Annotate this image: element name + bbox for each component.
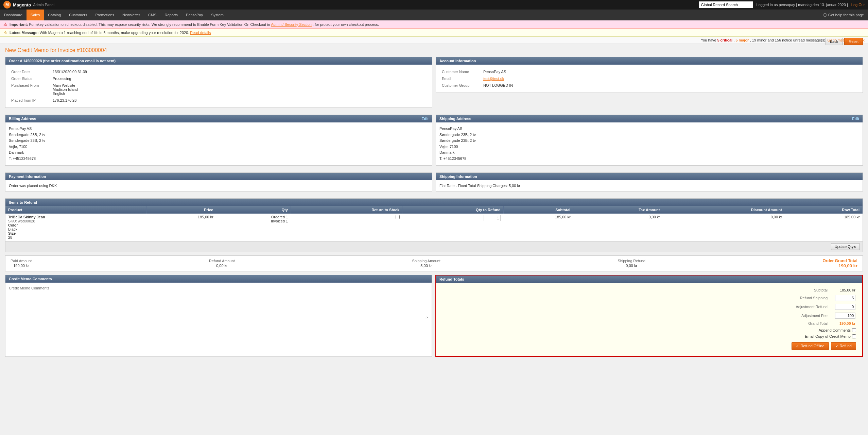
- color-value: Black: [8, 227, 143, 231]
- nav-newsletter[interactable]: Newsletter: [118, 10, 144, 20]
- append-comments-label: Append Comments: [819, 328, 851, 332]
- nav-promotions[interactable]: Promotions: [91, 10, 118, 20]
- discount-amount-cell: 0,00 kr: [663, 214, 785, 241]
- magento-logo-icon: M: [3, 1, 11, 9]
- shipping-address-edit-link[interactable]: Edit: [852, 117, 859, 121]
- adjustment-fee-label: Adjustment Fee: [440, 312, 830, 320]
- alert-red: ⚠ Important: Formkey validation on check…: [0, 20, 868, 29]
- grand-total-row: Grand Total 190,00 kr: [440, 320, 858, 327]
- col-subtotal: Subtotal: [503, 206, 573, 214]
- nav-dashboard[interactable]: Dashboard: [0, 10, 27, 20]
- items-header: Items to Refund: [5, 199, 863, 206]
- nav-catalog[interactable]: Catalog: [44, 10, 65, 20]
- update-btn-row: Update Qty's: [5, 241, 863, 252]
- purchased-from-value: Main Website Madison Island English: [51, 82, 428, 97]
- bottom-section: Credit Memo Comments Credit Memo Comment…: [5, 275, 863, 360]
- nav-reports[interactable]: Reports: [161, 10, 182, 20]
- top-right: Logged in as pensopay | mandag den 13. j…: [699, 1, 865, 8]
- col-product: Product: [5, 206, 146, 214]
- nav-customers[interactable]: Customers: [65, 10, 91, 20]
- user-info: Logged in as pensopay | mandag den 13. j…: [757, 3, 848, 7]
- adjustment-refund-input[interactable]: [835, 304, 855, 310]
- col-tax-amount: Tax Amount: [573, 206, 663, 214]
- comments-textarea[interactable]: [9, 292, 428, 319]
- append-comments-row: Append Comments: [439, 327, 859, 333]
- order-info-header: Order # 145000028 (the order confirmatio…: [5, 57, 432, 65]
- placed-ip-value: 176.23.176.26: [51, 97, 428, 103]
- items-table-header-row: Product Price Qty Return to Stock Qty to…: [5, 206, 863, 214]
- comments-body: Credit Memo Comments: [5, 283, 432, 323]
- shipping-info-text: Flat Rate - Fixed Total Shipping Charges…: [439, 184, 520, 188]
- nav-pensopay[interactable]: PensoPay: [182, 10, 207, 20]
- grand-total-value: 190,00 kr: [822, 263, 857, 268]
- help-label: Get help for this page: [828, 13, 864, 17]
- table-row: TriBeCa Skinny Jean SKU: wpd00028 Color …: [5, 214, 863, 241]
- refund-shipping-cell: [831, 294, 858, 302]
- global-search-input[interactable]: [699, 1, 753, 8]
- adjustment-refund-label: Adjustment Refund: [440, 303, 830, 311]
- customer-group-value: NOT LOGGED IN: [482, 82, 858, 88]
- major-count: 5 major: [735, 38, 749, 42]
- messages-inbox-link[interactable]: Go to messages inbox: [828, 38, 865, 42]
- grand-total-value: 190,00 kr: [831, 320, 858, 327]
- grand-total-label: Order Grand Total: [822, 258, 857, 263]
- shipping-address-body: PensoPay AS Søndergade 23B, 2 tv Sønderg…: [436, 122, 863, 165]
- tax-amount-cell: 0,00 kr: [573, 214, 663, 241]
- paid-amount-label: Paid Amount: [11, 259, 32, 263]
- row-total-cell: 185,00 kr: [785, 214, 862, 241]
- top-bar: M Magento Admin Panel Logged in as penso…: [0, 0, 868, 10]
- update-qty-button[interactable]: Update Qty's: [831, 243, 860, 250]
- product-sku: SKU: wpd00028: [8, 219, 143, 223]
- refund-shipping-input[interactable]: [835, 295, 855, 301]
- alert-red-text: Important: Formkey validation on checkou…: [10, 22, 379, 27]
- billing-edit-link[interactable]: Edit: [421, 117, 429, 121]
- email-copy-label: Email Copy of Credit Memo: [805, 334, 851, 338]
- refund-offline-button[interactable]: ✓ Refund Offline: [792, 342, 829, 350]
- subtotal-value: 185,00 kr: [831, 287, 858, 293]
- account-info-table: Customer Name PensoPay AS Email test@tes…: [439, 68, 859, 89]
- payment-info-header: Payment Information: [5, 173, 432, 180]
- adjustment-fee-row: Adjustment Fee: [440, 312, 858, 320]
- qty-to-refund-input[interactable]: [484, 215, 501, 221]
- email-link[interactable]: test@test.dk: [483, 77, 504, 81]
- page-title: New Credit Memo for Invoice #103000004: [5, 47, 863, 53]
- shipping-amount-label: Shipping Amount: [412, 259, 440, 263]
- refund-button[interactable]: ✓ Refund: [831, 342, 856, 350]
- email-copy-checkbox[interactable]: [852, 334, 856, 338]
- security-section-link[interactable]: Admin / Security Section: [271, 22, 312, 27]
- nav-system[interactable]: System: [207, 10, 228, 20]
- adjustment-refund-row: Adjustment Refund: [440, 303, 858, 311]
- alert-yellow: ⚠ Latest Message: With Magento 1 reachin…: [0, 29, 868, 37]
- nav-cms[interactable]: CMS: [144, 10, 160, 20]
- placed-ip-row: Placed from IP 176.23.176.26: [10, 97, 428, 103]
- qty-ordered: Ordered 1: [219, 215, 288, 219]
- append-comments-checkbox[interactable]: [852, 328, 856, 332]
- nav-sales[interactable]: Sales: [27, 10, 44, 20]
- size-label: Size: [8, 231, 16, 235]
- shipping-address-header: Shipping Address Edit: [436, 115, 863, 122]
- shipping-info-section: Shipping Information Flat Rate - Fixed T…: [436, 172, 863, 191]
- read-details-link[interactable]: Read details: [190, 31, 211, 35]
- refund-totals-table: Subtotal 185,00 kr Refund Shipping Adjus…: [439, 286, 859, 327]
- product-cell: TriBeCa Skinny Jean SKU: wpd00028 Color …: [5, 214, 146, 241]
- nav-bar: Dashboard Sales Catalog Customers Promot…: [0, 10, 868, 20]
- account-info-section: Account Information Customer Name PensoP…: [436, 57, 863, 93]
- help-link[interactable]: ⓘ Get help for this page: [819, 13, 868, 18]
- logo-area: M Magento Admin Panel: [3, 1, 54, 9]
- shipping-address-section: Shipping Address Edit PensoPay AS Sønder…: [436, 115, 863, 166]
- order-info-table: Order Date 13/01/2020 09.31.39 Order Sta…: [9, 68, 429, 104]
- refund-totals-section: Refund Totals Subtotal 185,00 kr Refund …: [435, 275, 863, 357]
- subtotal-label: Subtotal: [440, 287, 830, 293]
- col-row-total: Row Total: [785, 206, 862, 214]
- logout-link[interactable]: Log Out: [851, 3, 865, 7]
- items-table: Product Price Qty Return to Stock Qty to…: [5, 206, 863, 241]
- critical-count: 5 critical: [717, 38, 732, 42]
- return-to-stock-checkbox[interactable]: [396, 215, 400, 219]
- return-to-stock-cell: [291, 214, 402, 241]
- email-row: Email test@test.dk: [440, 76, 858, 82]
- customer-name-label: Customer Name: [440, 69, 481, 75]
- adjustment-fee-cell: [831, 312, 858, 320]
- adjustment-refund-cell: [831, 303, 858, 311]
- adjustment-fee-input[interactable]: [835, 313, 855, 319]
- shipping-refund-label: Shipping Refund: [618, 259, 645, 263]
